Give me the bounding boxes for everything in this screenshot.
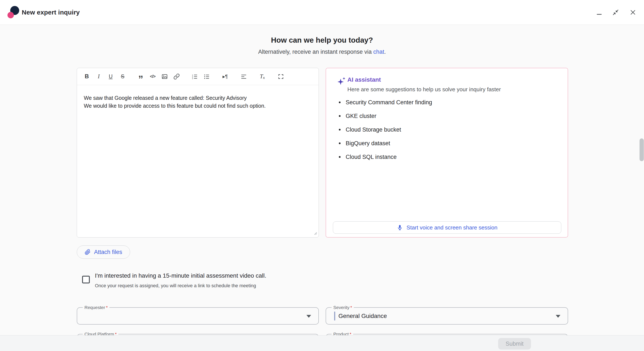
inquiry-editor-panel: B I U S ” </> 1 2 3 [77, 68, 319, 238]
suggestion-item[interactable]: Security Command Center finding [326, 96, 568, 109]
requester-label: Requester* [83, 305, 110, 310]
required-asterisk: * [106, 305, 108, 310]
suggestion-label: Cloud SQL instance [346, 154, 397, 160]
microphone-icon [397, 224, 403, 231]
paragraph-icon: ▸¶ [223, 74, 228, 80]
italic-icon: I [98, 73, 100, 80]
editor-text-line: We would like to provide access to this … [84, 102, 312, 110]
underline-icon: U [109, 73, 112, 80]
close-button[interactable] [628, 7, 638, 18]
subtitle-text: Alternatively, receive an instant respon… [258, 48, 374, 55]
paperclip-icon [85, 249, 91, 255]
editor-toolbar: B I U S ” </> 1 2 3 [77, 68, 318, 85]
title-bar: New expert inquiry [0, 0, 644, 25]
required-asterisk: * [350, 305, 352, 310]
suggestion-item[interactable]: GKE cluster [326, 109, 568, 123]
video-call-label: I'm interested in having a 15-minute ini… [95, 272, 266, 279]
ai-assistant-title: AI assistant [348, 76, 381, 83]
bullet-dot [339, 156, 340, 158]
underline-button[interactable]: U [106, 72, 115, 81]
ordered-list-button[interactable]: 1 2 3 [190, 72, 200, 81]
clear-formatting-button[interactable]: Tx [258, 72, 267, 81]
suggestion-label: Cloud Storage bucket [346, 126, 401, 133]
close-icon [629, 9, 636, 16]
scrollbar-thumb[interactable] [640, 138, 644, 161]
video-call-note: Once your request is assigned, you will … [95, 283, 256, 288]
window-title: New expert inquiry [22, 0, 80, 25]
link-icon [173, 73, 180, 80]
bullet-dot [339, 142, 340, 144]
fullscreen-button[interactable] [276, 72, 286, 81]
fullscreen-icon [278, 73, 284, 80]
voice-session-label: Start voice and screen share session [406, 224, 497, 231]
bullet-dot [339, 115, 340, 117]
page-title: How can we help you today? [0, 36, 644, 44]
severity-label: Severity* [332, 305, 354, 310]
footer-bar: Submit [0, 335, 644, 351]
strikethrough-icon: S [121, 73, 124, 80]
severity-select[interactable]: Severity* General Guidance [326, 307, 568, 324]
svg-text:3: 3 [192, 78, 193, 79]
code-icon: </> [150, 74, 156, 79]
collapse-arrows-icon [612, 9, 619, 16]
suggestion-label: Security Command Center finding [346, 99, 432, 106]
inquiry-text-area[interactable]: We saw that Google released a new featur… [77, 85, 318, 238]
ai-assistant-subtitle: Here are some suggestions to help us sol… [348, 86, 501, 93]
insert-image-button[interactable] [160, 72, 169, 81]
minimize-button[interactable] [594, 7, 604, 18]
app-logo [6, 5, 21, 20]
clear-formatting-icon: Tx [260, 73, 265, 80]
suggestion-item[interactable]: BigQuery dataset [326, 136, 568, 150]
chevron-down-icon [556, 315, 560, 318]
video-call-checkbox[interactable] [82, 276, 90, 284]
blockquote-button[interactable]: ” [136, 72, 146, 81]
submit-button[interactable]: Submit [498, 338, 531, 350]
suggestion-label: BigQuery dataset [346, 140, 390, 147]
unordered-list-button[interactable] [202, 72, 211, 81]
logo-pink-circle [8, 12, 14, 18]
resize-handle[interactable] [313, 231, 318, 236]
unordered-list-icon [204, 73, 210, 80]
restore-button[interactable] [610, 7, 621, 18]
chat-link[interactable]: chat [374, 48, 384, 55]
page-subtitle: Alternatively, receive an instant respon… [0, 48, 644, 55]
sparkle-icon [337, 76, 346, 86]
align-button[interactable] [239, 72, 248, 81]
attach-files-button[interactable]: Attach files [77, 246, 130, 259]
severity-value: General Guidance [338, 312, 387, 320]
bold-icon: B [85, 73, 89, 80]
ordered-list-icon: 1 2 3 [192, 73, 198, 80]
text-caret [334, 312, 335, 320]
voice-session-button[interactable]: Start voice and screen share session [333, 221, 561, 234]
align-icon [240, 73, 247, 80]
requester-select[interactable]: Requester* [77, 307, 319, 324]
image-icon [162, 73, 168, 80]
bullet-dot [339, 102, 340, 103]
suggestion-item[interactable]: Cloud SQL instance [326, 150, 568, 164]
chevron-down-icon [306, 315, 311, 318]
attach-files-label: Attach files [94, 249, 122, 256]
paragraph-style-button[interactable]: ▸¶ [220, 72, 230, 81]
italic-button[interactable]: I [94, 72, 104, 81]
suggestion-list: Security Command Center finding GKE clus… [326, 96, 568, 164]
code-view-button[interactable]: </> [148, 72, 157, 81]
minimize-icon [596, 9, 603, 16]
subtitle-period: . [384, 48, 386, 55]
suggestion-label: GKE cluster [346, 113, 376, 120]
bold-button[interactable]: B [82, 72, 92, 81]
editor-text-line: We saw that Google released a new featur… [84, 94, 312, 102]
bullet-dot [339, 129, 340, 130]
strikethrough-button[interactable]: S [118, 72, 127, 81]
suggestion-item[interactable]: Cloud Storage bucket [326, 123, 568, 136]
insert-link-button[interactable] [172, 72, 181, 81]
ai-assistant-panel: AI assistant Here are some suggestions t… [326, 68, 568, 238]
